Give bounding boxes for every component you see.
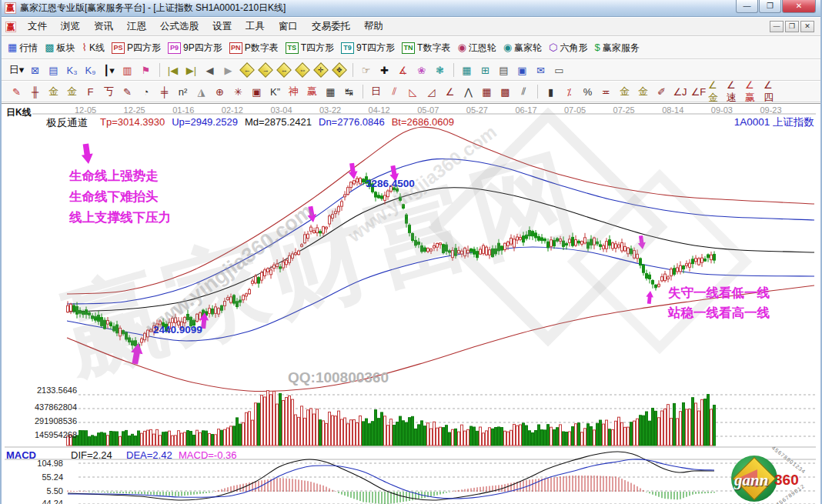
tick-ruler-icon[interactable]: ╪	[155, 84, 173, 99]
brush-tool-icon[interactable]: ✎	[8, 84, 25, 99]
gold-ratio2-icon[interactable]: 金	[63, 84, 81, 99]
angle-line-icon[interactable]: ∠	[441, 84, 459, 99]
calculator-icon[interactable]: ⊞	[476, 62, 494, 78]
gold-ratio-icon[interactable]: 金	[45, 84, 62, 99]
width-measure-icon[interactable]: ↹	[340, 84, 358, 99]
move-all-icon[interactable]: ✥	[330, 62, 348, 78]
gold-circle-icon[interactable]: 金	[616, 84, 633, 99]
close-button[interactable]: ✕	[782, 0, 816, 13]
first-bar-icon[interactable]: |◀	[164, 62, 182, 78]
clock-cycle-icon[interactable]: ◔	[137, 84, 155, 99]
toolbar-winner-wheel-button[interactable]: ◉赢家轮	[503, 42, 542, 55]
menu-item-浏览[interactable]: 浏览	[54, 18, 87, 35]
candle-style-selector[interactable]: ┃▾	[100, 62, 118, 78]
volume-profile-icon[interactable]: ▮	[542, 84, 560, 99]
zigzag-icon[interactable]: ⋀	[459, 84, 477, 99]
four-angle-icon[interactable]: ∠四	[764, 84, 781, 99]
speed-angle-icon[interactable]: ∠速	[727, 84, 744, 99]
toolbar-9p-square-button[interactable]: P99P四方形	[168, 42, 222, 55]
toolbar-p-square-button[interactable]: PSP四方形	[112, 42, 161, 55]
gold-line-icon[interactable]: 金	[634, 84, 652, 99]
menu-item-设置[interactable]: 设置	[206, 18, 239, 35]
print-icon[interactable]: ▭	[550, 62, 568, 78]
expand-v-icon[interactable]: ✛	[312, 62, 329, 78]
menu-item-文件[interactable]: 文件	[21, 18, 54, 35]
menu-item-江恩[interactable]: 江恩	[120, 18, 153, 35]
menu-item-资讯[interactable]: 资讯	[87, 18, 120, 35]
percent-icon[interactable]: %	[579, 84, 596, 99]
toolbar-hexagon-button[interactable]: ⬡六角形	[549, 42, 587, 55]
win-tool-icon[interactable]: 赢	[303, 84, 321, 99]
parallel-lines-icon[interactable]: ⫽	[515, 84, 533, 99]
n-square-icon[interactable]: n²	[174, 84, 192, 99]
fan-left-icon[interactable]: ◺	[404, 84, 422, 99]
percent-line-icon[interactable]: ≖	[597, 84, 615, 99]
color-chart-icon[interactable]: ⚑	[137, 62, 155, 78]
title-bar[interactable]: 赢 赢家江恩专业版[赢家服务平台] - [上证指数 SH1A0001-210日K…	[2, 0, 820, 17]
zoom-out-icon[interactable]: ↔	[275, 62, 292, 78]
indicator-label[interactable]: 极反通道	[46, 116, 88, 130]
toolbar-winner-service-button[interactable]: $赢家服务	[594, 42, 639, 55]
f-angle-icon[interactable]: ∠F	[690, 84, 707, 99]
win-angle-icon[interactable]: ∠赢	[745, 84, 763, 99]
gann-grid-icon[interactable]: ╫	[26, 84, 44, 99]
calendar-icon[interactable]: ▦	[458, 62, 476, 78]
circle-cross-icon[interactable]: ⊕	[211, 84, 229, 99]
info-panel-icon[interactable]: ▤	[45, 62, 62, 78]
crosshair-tool-icon[interactable]: ✚	[376, 62, 393, 78]
toolbar-9t-square-button[interactable]: T99T四方形	[341, 42, 395, 55]
ma3-icon[interactable]: K₃	[63, 62, 81, 78]
menu-item-交易委托[interactable]: 交易委托	[305, 18, 357, 35]
square-spiral-icon[interactable]: ▣	[248, 84, 266, 99]
minimize-button[interactable]: —	[736, 0, 758, 13]
child-minimize-button[interactable]: —	[770, 21, 784, 32]
shen-tool-icon[interactable]: 神	[285, 84, 302, 99]
toolbar-sectors-button[interactable]: ▩板块	[45, 42, 75, 55]
chart-area[interactable]: 赢家财富网 www.yingjia360.com www.yingjia360.…	[2, 103, 822, 504]
maximize-button[interactable]: ❐	[759, 0, 781, 13]
child-close-button[interactable]: ✕	[800, 21, 814, 32]
toolbar-gann-wheel-button[interactable]: ◉江恩轮	[457, 42, 496, 55]
percent7-icon[interactable]: ⁒	[560, 84, 578, 99]
menu-item-帮助[interactable]: 帮助	[357, 18, 390, 35]
arrow-mark-icon[interactable]: ◮	[192, 84, 210, 99]
menu-item-窗口[interactable]: 窗口	[272, 18, 305, 35]
child-restore-button[interactable]: ❐	[785, 21, 799, 32]
star-burst-icon[interactable]: ✳	[229, 84, 247, 99]
zoom-right-icon[interactable]: →	[256, 62, 274, 78]
k-quote-icon[interactable]: K”	[266, 84, 284, 99]
toolbar-quotes-button[interactable]: ▦行情	[8, 42, 38, 55]
grid-a-icon[interactable]: ▦	[478, 84, 496, 99]
pencil-angle-icon[interactable]: ✐	[653, 84, 670, 99]
window-tile-icon[interactable]: ⊠	[26, 62, 44, 78]
zoom-left-icon[interactable]: ←	[238, 62, 256, 78]
toolbar-t-number-table-button[interactable]: TNT数字表	[402, 42, 450, 55]
prev-bar-icon[interactable]: ◀	[201, 62, 219, 78]
bow-tool-icon[interactable]: 丂	[100, 84, 118, 99]
ma9-icon[interactable]: K₉	[82, 62, 99, 78]
kline-period-selector[interactable]: 日▾	[8, 62, 25, 78]
ray-fan-icon[interactable]: ⫽	[386, 84, 403, 99]
next-bar-icon[interactable]: ▶	[219, 62, 237, 78]
gann-flower-icon[interactable]: ❀	[413, 62, 430, 78]
kline-style-icon[interactable]: ▥	[119, 62, 136, 78]
hand-tool-icon[interactable]: ☞	[357, 62, 375, 78]
save-icon[interactable]: ▣	[513, 62, 531, 78]
toolbar-kline-button[interactable]: ⌇K线	[82, 42, 105, 55]
last-bar-icon[interactable]: ▶|	[182, 62, 200, 78]
grid123-icon[interactable]: ▦	[322, 84, 339, 99]
zoom-in-icon[interactable]: ⇔	[293, 62, 311, 78]
angle-tool-icon[interactable]: ∡	[394, 62, 412, 78]
brain-tool-icon[interactable]: ❃	[431, 62, 449, 78]
toolbar-t-square-button[interactable]: TST四方形	[286, 42, 334, 55]
menu-item-工具[interactable]: 工具	[239, 18, 272, 35]
fan-right-icon[interactable]: ◿	[423, 84, 440, 99]
j-angle-icon[interactable]: ∠J	[671, 84, 689, 99]
gold-angle-icon[interactable]: ∠金	[708, 84, 726, 99]
toolbar-p-number-table-button[interactable]: PNP数字表	[229, 42, 279, 55]
brush2-tool-icon[interactable]: ✎	[119, 84, 136, 99]
day-grid-icon[interactable]: 日	[367, 84, 385, 99]
memo-icon[interactable]: ▤	[495, 62, 513, 78]
mail-icon[interactable]: ✉	[532, 62, 550, 78]
grid-b-icon[interactable]: ▩	[496, 84, 514, 99]
